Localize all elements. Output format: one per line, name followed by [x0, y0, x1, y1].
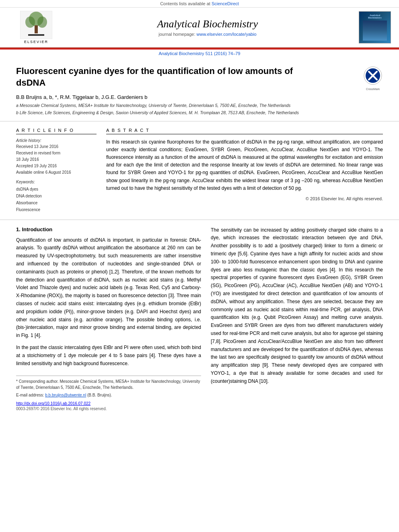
received-revised-label: Received in revised form: [16, 150, 97, 156]
footnote-section: * Corresponding author. Mesoscale Chemic…: [16, 376, 201, 398]
page-wrapper: Contents lists available at ScienceDirec…: [0, 0, 399, 417]
accepted-date: Accepted 19 July 2016: [16, 163, 97, 169]
section-number: 1.: [16, 226, 21, 232]
keywords-list: dsDNA dyes DNA detection Absorbance Fluo…: [16, 186, 97, 213]
body-left-column: 1. Introduction Quantification of low am…: [16, 226, 201, 411]
email-name: (B.B. Bruijns).: [87, 393, 112, 397]
crossmark-icon: [363, 66, 383, 86]
keyword-1: dsDNA dyes: [16, 186, 97, 193]
abstract-header: A B S T R A C T: [106, 128, 383, 134]
section-title-text: Introduction: [22, 226, 52, 232]
keywords-label: Keywords:: [16, 180, 97, 184]
homepage-url[interactable]: www.elsevier.com/locate/yabio: [197, 32, 257, 37]
abstract-text: In this research six cyanine fluorophore…: [106, 138, 383, 192]
elsevier-logo: ELSEVIER: [8, 11, 64, 44]
journal-cover: AnalyticalBiochemistry: [351, 11, 391, 43]
footnote-email: E-mail address: b.b.bruijns@utwente.nl (…: [16, 392, 201, 398]
issn-line: 0003-2697/© 2016 Elsevier Inc. All right…: [16, 407, 201, 411]
elsevier-text: ELSEVIER: [24, 40, 48, 44]
article-body: 1. Introduction Quantification of low am…: [0, 220, 399, 418]
email-label: E-mail address:: [16, 393, 44, 397]
science-direct-link[interactable]: ScienceDirect: [212, 1, 239, 6]
keyword-2: DNA detection: [16, 193, 97, 199]
svg-point-2: [25, 16, 35, 28]
contents-line: Contents lists available at ScienceDirec…: [0, 0, 399, 7]
svg-rect-5: [28, 34, 44, 36]
received-date: Received 13 June 2016: [16, 144, 97, 150]
svg-point-3: [37, 16, 47, 28]
received-revised-date: 18 July 2016: [16, 156, 97, 163]
journal-header: Contents lists available at ScienceDirec…: [0, 0, 399, 49]
body-right-column: The sensitivity can be increased by addi…: [211, 226, 383, 411]
citation-line: Analytical Biochemistry 511 (2016) 74–79: [0, 49, 399, 58]
doi-line: http://dx.doi.org/10.1016/j.ab.2016.07.0…: [16, 401, 201, 406]
journal-cover-image: AnalyticalBiochemistry: [359, 11, 391, 43]
contents-available-text: Contents lists available at: [160, 1, 210, 6]
available-date: Available online 6 August 2016: [16, 169, 97, 176]
footnote-corresponding: * Corresponding author. Mesoscale Chemic…: [16, 378, 201, 390]
keywords-section: Keywords: dsDNA dyes DNA detection Absor…: [16, 180, 97, 213]
email-link[interactable]: b.b.bruijns@utwente.nl: [45, 393, 86, 397]
article-info-panel: A R T I C L E I N F O Article history: R…: [16, 128, 97, 213]
crossmark-label: CrossMark: [363, 88, 383, 90]
intro-para3: The sensitivity can be increased by addi…: [211, 226, 383, 386]
affiliations: a Mesoscale Chemical Systems, MESA+ Inst…: [16, 103, 383, 116]
article-info-header: A R T I C L E I N F O: [16, 128, 97, 134]
header-center: Analytical Biochemistry journal homepage…: [64, 18, 351, 37]
intro-para2: In the past the classic intercalating dy…: [16, 344, 201, 368]
article-info-abstract: A R T I C L E I N F O Article history: R…: [0, 121, 399, 220]
history-label: Article history:: [16, 138, 97, 143]
crossmark-badge: CrossMark: [363, 66, 383, 90]
journal-title: Analytical Biochemistry: [64, 18, 351, 30]
doi-link[interactable]: http://dx.doi.org/10.1016/j.ab.2016.07.0…: [16, 401, 90, 406]
affiliation-a: a Mesoscale Chemical Systems, MESA+ Inst…: [16, 103, 383, 109]
keyword-3: Absorbance: [16, 199, 97, 206]
article-history: Article history: Received 13 June 2016 R…: [16, 138, 97, 176]
affiliation-b: b Life Science, Life Sciences, Engineeri…: [16, 110, 383, 116]
homepage-label: journal homepage:: [158, 32, 195, 37]
header-main: ELSEVIER Analytical Biochemistry journal…: [0, 7, 399, 47]
cover-image-art: [363, 21, 387, 41]
authors: B.B Bruijns a, b, *, R.M. Tiggelaar b, J…: [16, 94, 383, 100]
abstract-section: A B S T R A C T In this research six cya…: [106, 128, 383, 213]
elsevier-tree-icon: [20, 11, 52, 39]
svg-rect-4: [35, 25, 38, 33]
journal-citation: Analytical Biochemistry 511 (2016) 74–79: [158, 51, 240, 56]
introduction-title: 1. Introduction: [16, 226, 201, 232]
keyword-4: Fluorescence: [16, 206, 97, 213]
elsevier-logo-section: ELSEVIER: [8, 11, 64, 44]
journal-homepage: journal homepage: www.elsevier.com/locat…: [64, 32, 351, 37]
intro-para1: Quantification of low amounts of dsDNA i…: [16, 236, 201, 340]
cover-journal-name: AnalyticalBiochemistry: [368, 14, 382, 19]
copyright-line: © 2016 Elsevier Inc. All rights reserved…: [106, 196, 383, 201]
article-title: Fluorescent cyanine dyes for the quantif…: [16, 66, 318, 88]
authors-text: B.B Bruijns a, b, *, R.M. Tiggelaar b, J…: [16, 94, 148, 100]
article-header: Fluorescent cyanine dyes for the quantif…: [0, 58, 399, 121]
